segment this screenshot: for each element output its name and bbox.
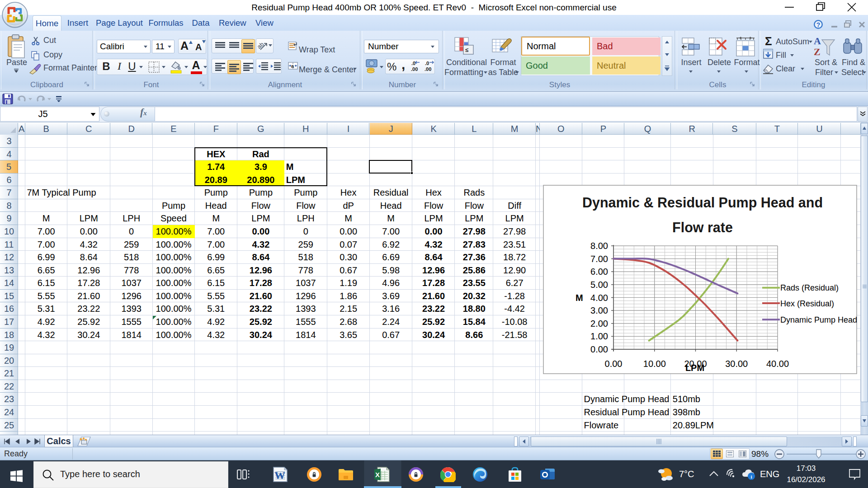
svg-text:2.00: 2.00 <box>590 319 608 328</box>
svg-text:7.00: 7.00 <box>590 254 608 264</box>
svg-text:1.00: 1.00 <box>590 331 608 341</box>
svg-text:Flow rate: Flow rate <box>672 220 733 235</box>
svg-text:X: X <box>375 471 380 479</box>
svg-text:6.00: 6.00 <box>590 267 608 277</box>
svg-text:5.00: 5.00 <box>590 280 608 290</box>
svg-text:A: A <box>814 35 821 47</box>
svg-text:.0: .0 <box>411 61 415 66</box>
svg-text:i: i <box>750 474 752 479</box>
svg-text:3.00: 3.00 <box>590 305 608 315</box>
svg-text:10.00: 10.00 <box>643 359 666 369</box>
svg-text:.00: .00 <box>425 66 431 72</box>
svg-text:.00: .00 <box>411 66 418 72</box>
svg-text:0.00: 0.00 <box>590 344 608 354</box>
svg-text:40.00: 40.00 <box>766 359 789 369</box>
svg-text:Z: Z <box>814 46 821 57</box>
svg-text:30.00: 30.00 <box>725 359 748 369</box>
svg-text:M: M <box>576 293 583 303</box>
svg-text:Dynamic & Residual Pump Head a: Dynamic & Residual Pump Head and <box>582 195 823 211</box>
svg-text:0.00: 0.00 <box>605 359 623 369</box>
svg-text:a: a <box>291 63 294 69</box>
svg-text:≤: ≤ <box>465 47 468 53</box>
svg-text:.0: .0 <box>425 61 429 66</box>
svg-text:8.00: 8.00 <box>590 241 608 251</box>
svg-text:W: W <box>274 469 285 481</box>
svg-text:LPM: LPM <box>685 363 704 373</box>
svg-text:Rads (Residual): Rads (Residual) <box>780 283 839 292</box>
svg-text:4.00: 4.00 <box>590 293 608 303</box>
svg-text:?: ? <box>816 21 821 28</box>
svg-text:Dynamic Pump Head: Dynamic Pump Head <box>780 315 857 324</box>
svg-text:Hex (Residual): Hex (Residual) <box>780 299 834 308</box>
